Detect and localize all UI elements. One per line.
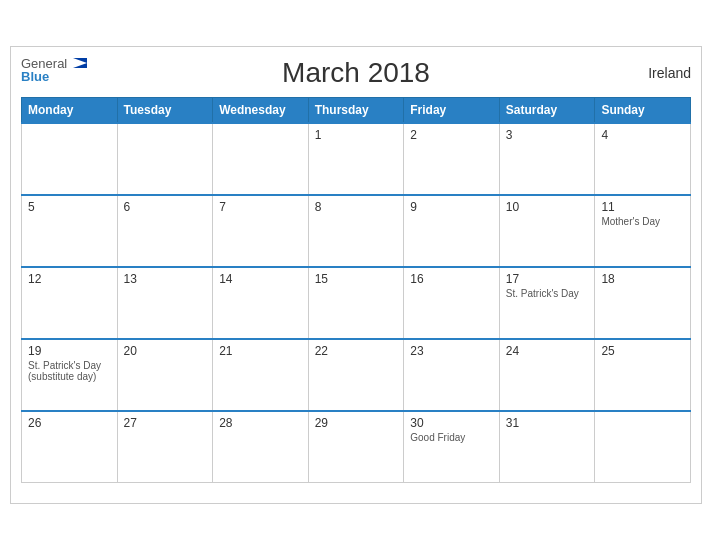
day-number: 9 xyxy=(410,200,493,214)
calendar-week-row: 121314151617St. Patrick's Day18 xyxy=(22,267,691,339)
day-number: 24 xyxy=(506,344,589,358)
calendar-cell: 26 xyxy=(22,411,118,483)
day-number: 19 xyxy=(28,344,111,358)
day-number: 8 xyxy=(315,200,398,214)
calendar-week-row: 19St. Patrick's Day (substitute day)2021… xyxy=(22,339,691,411)
logo-general-text: General xyxy=(21,57,87,70)
calendar-cell: 9 xyxy=(404,195,500,267)
day-number: 20 xyxy=(124,344,207,358)
header-monday: Monday xyxy=(22,97,118,123)
holiday-label: Mother's Day xyxy=(601,216,684,227)
day-number: 23 xyxy=(410,344,493,358)
holiday-label: Good Friday xyxy=(410,432,493,443)
calendar-cell: 2 xyxy=(404,123,500,195)
holiday-label: St. Patrick's Day (substitute day) xyxy=(28,360,111,382)
day-number: 15 xyxy=(315,272,398,286)
day-number: 2 xyxy=(410,128,493,142)
calendar-container: General Blue March 2018 Ireland Monday T… xyxy=(10,46,702,505)
calendar-cell: 21 xyxy=(213,339,309,411)
calendar-cell: 27 xyxy=(117,411,213,483)
country-label: Ireland xyxy=(648,65,691,81)
calendar-week-row: 1234 xyxy=(22,123,691,195)
calendar-cell: 14 xyxy=(213,267,309,339)
day-number: 4 xyxy=(601,128,684,142)
calendar-cell: 24 xyxy=(499,339,595,411)
day-number: 30 xyxy=(410,416,493,430)
weekday-header-row: Monday Tuesday Wednesday Thursday Friday… xyxy=(22,97,691,123)
holiday-label: St. Patrick's Day xyxy=(506,288,589,299)
calendar-week-row: 567891011Mother's Day xyxy=(22,195,691,267)
calendar-cell: 28 xyxy=(213,411,309,483)
calendar-cell: 7 xyxy=(213,195,309,267)
calendar-title: March 2018 xyxy=(282,57,430,89)
header-wednesday: Wednesday xyxy=(213,97,309,123)
calendar-cell: 29 xyxy=(308,411,404,483)
day-number: 3 xyxy=(506,128,589,142)
day-number: 6 xyxy=(124,200,207,214)
calendar-cell: 31 xyxy=(499,411,595,483)
calendar-cell: 23 xyxy=(404,339,500,411)
calendar-cell: 1 xyxy=(308,123,404,195)
calendar-cell xyxy=(213,123,309,195)
logo-flag-icon xyxy=(73,58,87,68)
calendar-cell: 4 xyxy=(595,123,691,195)
calendar-cell xyxy=(22,123,118,195)
calendar-cell: 10 xyxy=(499,195,595,267)
calendar-header: General Blue March 2018 Ireland xyxy=(21,57,691,89)
calendar-cell: 6 xyxy=(117,195,213,267)
calendar-cell: 25 xyxy=(595,339,691,411)
day-number: 7 xyxy=(219,200,302,214)
day-number: 10 xyxy=(506,200,589,214)
day-number: 25 xyxy=(601,344,684,358)
day-number: 22 xyxy=(315,344,398,358)
day-number: 28 xyxy=(219,416,302,430)
calendar-cell: 3 xyxy=(499,123,595,195)
header-saturday: Saturday xyxy=(499,97,595,123)
calendar-cell: 17St. Patrick's Day xyxy=(499,267,595,339)
day-number: 31 xyxy=(506,416,589,430)
calendar-cell: 20 xyxy=(117,339,213,411)
day-number: 16 xyxy=(410,272,493,286)
calendar-cell: 15 xyxy=(308,267,404,339)
calendar-cell: 18 xyxy=(595,267,691,339)
calendar-week-row: 2627282930Good Friday31 xyxy=(22,411,691,483)
header-sunday: Sunday xyxy=(595,97,691,123)
day-number: 1 xyxy=(315,128,398,142)
calendar-cell: 30Good Friday xyxy=(404,411,500,483)
calendar-cell: 8 xyxy=(308,195,404,267)
logo-blue-text: Blue xyxy=(21,70,87,83)
day-number: 27 xyxy=(124,416,207,430)
day-number: 21 xyxy=(219,344,302,358)
day-number: 11 xyxy=(601,200,684,214)
calendar-body: 1234567891011Mother's Day121314151617St.… xyxy=(22,123,691,483)
calendar-cell xyxy=(117,123,213,195)
logo: General Blue xyxy=(21,57,87,83)
day-number: 12 xyxy=(28,272,111,286)
day-number: 14 xyxy=(219,272,302,286)
calendar-cell: 19St. Patrick's Day (substitute day) xyxy=(22,339,118,411)
day-number: 17 xyxy=(506,272,589,286)
calendar-cell xyxy=(595,411,691,483)
day-number: 18 xyxy=(601,272,684,286)
day-number: 26 xyxy=(28,416,111,430)
calendar-cell: 11Mother's Day xyxy=(595,195,691,267)
header-thursday: Thursday xyxy=(308,97,404,123)
calendar-cell: 12 xyxy=(22,267,118,339)
day-number: 13 xyxy=(124,272,207,286)
calendar-cell: 16 xyxy=(404,267,500,339)
calendar-cell: 22 xyxy=(308,339,404,411)
header-tuesday: Tuesday xyxy=(117,97,213,123)
day-number: 5 xyxy=(28,200,111,214)
day-number: 29 xyxy=(315,416,398,430)
calendar-cell: 13 xyxy=(117,267,213,339)
calendar-cell: 5 xyxy=(22,195,118,267)
header-friday: Friday xyxy=(404,97,500,123)
calendar-grid: Monday Tuesday Wednesday Thursday Friday… xyxy=(21,97,691,484)
